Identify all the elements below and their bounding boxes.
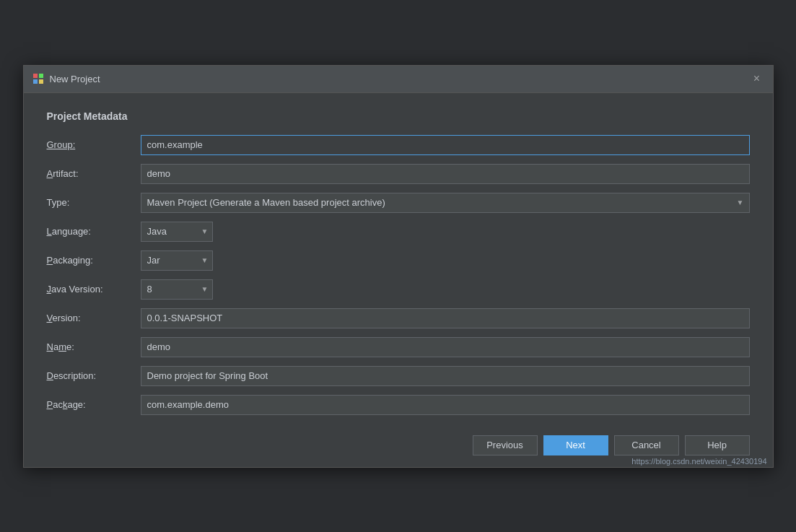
packaging-label: Packaging: <box>47 255 141 266</box>
java-version-select-wrapper: 8 11 17 21 ▼ <box>141 279 213 300</box>
next-button[interactable]: Next <box>543 435 608 455</box>
type-select-wrapper: Maven Project (Generate a Maven based pr… <box>141 193 750 213</box>
svg-rect-3 <box>39 79 43 84</box>
type-label: Type: <box>47 197 141 208</box>
packaging-select[interactable]: Jar War <box>141 250 213 271</box>
close-button[interactable]: × <box>750 71 764 86</box>
svg-rect-1 <box>39 74 43 78</box>
language-label: Language: <box>47 226 141 237</box>
dialog-content: Project Metadata Group: Artifact: Type: … <box>24 93 773 427</box>
artifact-input[interactable] <box>141 164 750 184</box>
description-input[interactable] <box>141 366 750 386</box>
java-version-select[interactable]: 8 11 17 21 <box>141 279 213 300</box>
project-icon <box>32 73 44 84</box>
packaging-select-wrapper: Jar War ▼ <box>141 250 213 271</box>
package-input[interactable] <box>141 395 750 415</box>
java-version-label: Java Version: <box>47 284 141 295</box>
new-project-dialog: New Project × Project Metadata Group: Ar… <box>23 65 774 468</box>
cancel-button[interactable]: Cancel <box>614 435 679 455</box>
dialog-title: New Project <box>50 74 100 84</box>
description-label: Description: <box>47 370 141 381</box>
group-label: Group: <box>47 139 141 150</box>
name-input[interactable] <box>141 337 750 357</box>
project-metadata-form: Group: Artifact: Type: Maven Project (Ge… <box>47 135 750 415</box>
group-input[interactable] <box>141 135 750 155</box>
language-select-wrapper: Java Kotlin Groovy ▼ <box>141 222 213 242</box>
help-button[interactable]: Help <box>685 435 750 455</box>
language-select[interactable]: Java Kotlin Groovy <box>141 222 213 242</box>
version-input[interactable] <box>141 308 750 328</box>
svg-rect-0 <box>33 74 38 78</box>
name-label: Name: <box>47 341 141 352</box>
package-label: Package: <box>47 399 141 410</box>
title-bar-left: New Project <box>32 73 100 84</box>
artifact-label: Artifact: <box>47 168 141 179</box>
title-bar: New Project × <box>24 66 773 93</box>
type-select[interactable]: Maven Project (Generate a Maven based pr… <box>141 193 750 213</box>
version-label: Version: <box>47 313 141 323</box>
status-bar: https://blog.csdn.net/weixin_42430194 <box>626 455 772 467</box>
previous-button[interactable]: Previous <box>473 435 538 455</box>
svg-rect-2 <box>33 79 38 84</box>
section-title: Project Metadata <box>47 110 750 122</box>
